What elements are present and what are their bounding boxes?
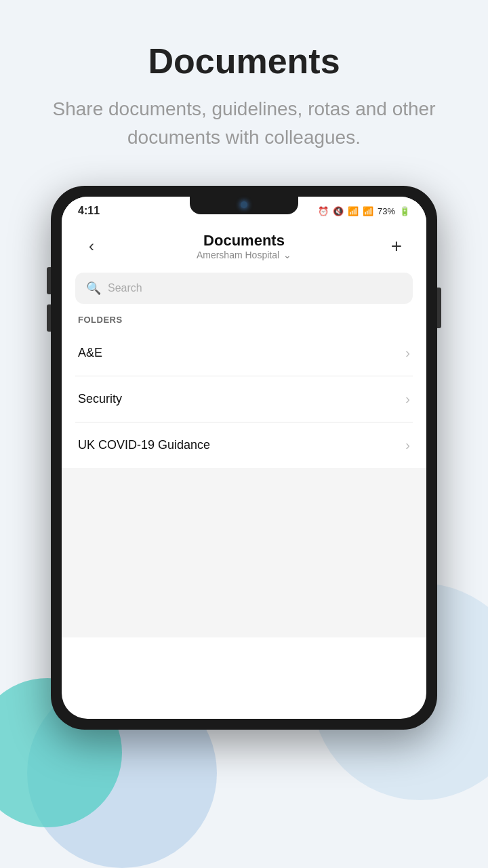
back-arrow-icon: ‹ xyxy=(89,237,94,256)
search-input[interactable]: Search xyxy=(108,282,402,294)
battery-icon: 🔋 xyxy=(399,206,410,216)
folder-item-covid[interactable]: UK COVID-19 Guidance › xyxy=(75,422,413,468)
folders-section: FOLDERS A&E › Security › UK COVID-19 Gui… xyxy=(62,315,426,468)
nav-bar: ‹ Documents Amersham Hospital + xyxy=(62,221,426,266)
mute-icon: 🔇 xyxy=(333,206,344,216)
plus-icon: + xyxy=(391,235,402,257)
search-container: 🔍 Search xyxy=(62,266,426,315)
battery-level: 73% xyxy=(378,206,395,216)
nav-subtitle: Amersham Hospital xyxy=(197,250,291,260)
folder-item-ae[interactable]: A&E › xyxy=(75,330,413,376)
alarm-icon: ⏰ xyxy=(318,206,329,216)
chevron-right-icon-covid: › xyxy=(405,437,410,453)
front-camera xyxy=(241,201,247,208)
page-title: Documents xyxy=(41,41,447,81)
nav-title: Documents xyxy=(197,232,291,250)
search-icon: 🔍 xyxy=(86,281,101,296)
page-header: Documents Share documents, guidelines, r… xyxy=(0,0,488,179)
phone-mockup: 4:11 ⏰ 🔇 📶 📶 73% 🔋 ‹ xyxy=(0,186,488,730)
phone-frame: 4:11 ⏰ 🔇 📶 📶 73% 🔋 ‹ xyxy=(51,186,437,730)
folder-name-covid: UK COVID-19 Guidance xyxy=(78,438,210,452)
wifi-icon: 📶 xyxy=(348,206,359,216)
back-button[interactable]: ‹ xyxy=(78,233,105,260)
phone-screen: 4:11 ⏰ 🔇 📶 📶 73% 🔋 ‹ xyxy=(62,197,426,719)
volume-up-button xyxy=(47,267,51,294)
chevron-right-icon-security: › xyxy=(405,391,410,407)
status-icons: ⏰ 🔇 📶 📶 73% 🔋 xyxy=(318,206,410,216)
status-time: 4:11 xyxy=(78,205,100,217)
chevron-right-icon-ae: › xyxy=(405,345,410,361)
folder-name-ae: A&E xyxy=(78,346,102,360)
add-button[interactable]: + xyxy=(383,233,410,260)
hospital-name: Amersham Hospital xyxy=(197,250,279,260)
app-content: ‹ Documents Amersham Hospital + xyxy=(62,221,426,637)
power-button xyxy=(437,288,441,328)
folder-name-security: Security xyxy=(78,392,122,406)
folder-item-security[interactable]: Security › xyxy=(75,376,413,422)
folders-label: FOLDERS xyxy=(75,315,413,325)
page-subtitle: Share documents, guidelines, rotas and o… xyxy=(41,95,447,152)
volume-down-button xyxy=(47,304,51,332)
empty-content-area xyxy=(62,468,426,637)
nav-center: Documents Amersham Hospital xyxy=(197,232,291,260)
phone-notch xyxy=(190,195,298,214)
chevron-down-icon[interactable] xyxy=(282,250,291,260)
search-bar[interactable]: 🔍 Search xyxy=(75,273,413,304)
signal-icon: 📶 xyxy=(363,206,373,216)
folder-list: A&E › Security › UK COVID-19 Guidance › xyxy=(75,330,413,468)
